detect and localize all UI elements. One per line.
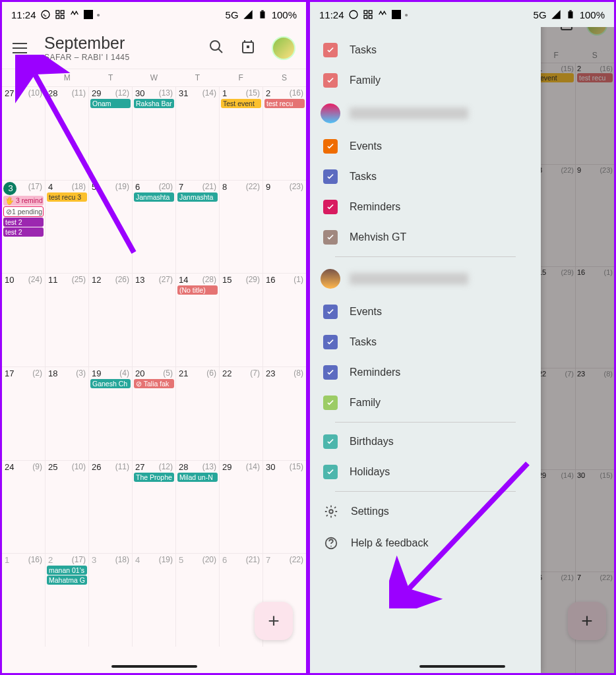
calendar-toggle[interactable]: Birthdays xyxy=(310,426,541,457)
day-cell[interactable]: 30(15) xyxy=(263,461,306,554)
event-chip[interactable]: Janmashta xyxy=(177,192,218,202)
account-header[interactable] xyxy=(310,261,541,297)
event-chip[interactable]: ⊘1 pending xyxy=(3,206,44,217)
day-cell[interactable]: 29(12)Onam xyxy=(89,87,133,180)
nav-handle[interactable] xyxy=(111,665,197,668)
calendar-toggle[interactable]: Tasks xyxy=(310,161,541,192)
day-cell[interactable]: 31(14) xyxy=(176,87,220,180)
calendar-toggle[interactable]: Holidays xyxy=(310,457,541,487)
event-chip[interactable]: ⊘ Talia fak xyxy=(134,379,174,388)
day-cell[interactable]: 23(8) xyxy=(263,367,306,460)
day-cell[interactable]: 2(17)manan 01'sMahatma G xyxy=(46,554,89,647)
day-cell[interactable]: 20(5)⊘ Talia fak xyxy=(133,367,176,460)
svg-rect-20 xyxy=(569,11,572,12)
calendar-toggle[interactable]: Family xyxy=(310,388,541,418)
event-chip[interactable]: test 2 xyxy=(3,227,44,237)
calendar-toggle[interactable]: Tasks xyxy=(310,35,541,65)
event-chip[interactable]: Ganesh Ch xyxy=(90,379,131,388)
calendar-toggle[interactable]: Events xyxy=(310,297,541,327)
event-chip[interactable]: Test event xyxy=(221,99,261,108)
weekday: S xyxy=(2,69,46,86)
drawer-label: Tasks xyxy=(350,44,377,56)
event-chip[interactable]: Janmashta xyxy=(134,192,174,202)
account-header[interactable] xyxy=(310,96,541,131)
event-chip[interactable]: Onam xyxy=(90,99,131,108)
calendar-toggle[interactable]: Tasks xyxy=(310,327,541,357)
event-chip[interactable]: manan 01's xyxy=(47,566,87,575)
day-cell[interactable]: 25(10) xyxy=(46,461,89,554)
clock: 11:24 xyxy=(319,9,344,20)
whatsapp-icon xyxy=(348,9,359,20)
weekday: W xyxy=(133,69,176,86)
event-chip[interactable]: The Prophe xyxy=(134,473,174,482)
create-fab[interactable]: + xyxy=(255,602,293,640)
calendar-toggle[interactable]: Mehvish GT xyxy=(310,222,541,252)
day-cell[interactable]: 17(2) xyxy=(2,367,46,460)
month-title[interactable]: September xyxy=(44,34,195,53)
month-grid[interactable]: 27(10)28(11)29(12)Onam30(13)Raksha Bar31… xyxy=(2,86,306,647)
calendar-toggle[interactable]: Events xyxy=(310,131,541,161)
day-cell[interactable]: 15(29) xyxy=(220,274,263,367)
day-cell[interactable]: 16(1) xyxy=(263,274,306,367)
drawer-label: Reminders xyxy=(350,201,400,213)
day-cell[interactable]: 19(4)Ganesh Ch xyxy=(89,367,133,460)
event-chip[interactable]: test recu xyxy=(264,99,305,108)
day-cell[interactable]: 24(9) xyxy=(2,461,46,554)
svg-line-8 xyxy=(218,49,222,53)
day-cell[interactable]: 30(13)Raksha Bar xyxy=(133,87,176,180)
today-icon[interactable] xyxy=(240,39,256,57)
day-cell[interactable]: 7(21)Janmashta xyxy=(176,181,220,274)
calendar-toggle[interactable]: Reminders xyxy=(310,192,541,222)
day-cell[interactable]: 3(18) xyxy=(89,554,133,647)
day-cell[interactable]: 12(26) xyxy=(89,274,133,367)
navigation-drawer[interactable]: TasksFamilyEventsTasksRemindersMehvish G… xyxy=(310,2,541,673)
day-cell[interactable]: 3(17)🖐 3 remind⊘1 pendingtest 2test 2 xyxy=(2,181,46,274)
day-cell[interactable]: 28(13)Milad un-N xyxy=(176,461,220,554)
wd-s: S xyxy=(576,51,615,60)
svg-rect-6 xyxy=(261,11,264,12)
day-cell[interactable]: 13(27) xyxy=(133,274,176,367)
menu-button[interactable] xyxy=(13,39,31,57)
search-icon[interactable] xyxy=(208,39,224,57)
screenshot-drawer: 11:24 • 5G 100% FS 1 (15)event2 (16)test… xyxy=(308,0,616,675)
day-cell[interactable]: 6(20)Janmashta xyxy=(133,181,176,274)
day-cell[interactable]: 27(12)The Prophe xyxy=(133,461,176,554)
svg-rect-16 xyxy=(369,11,372,14)
day-cell[interactable]: 2(16)test recu xyxy=(263,87,306,180)
drawer-label: Settings xyxy=(351,506,389,517)
event-chip[interactable]: test recu 3 xyxy=(47,192,87,202)
day-cell[interactable]: 22(7) xyxy=(220,367,263,460)
profile-avatar[interactable] xyxy=(272,36,295,60)
day-cell[interactable]: 21(6) xyxy=(176,367,220,460)
calendar-toggle[interactable]: Reminders xyxy=(310,357,541,388)
day-cell[interactable]: 29(14) xyxy=(220,461,263,554)
event-chip[interactable]: Raksha Bar xyxy=(134,99,174,108)
help-item[interactable]: Help & feedback xyxy=(310,527,541,559)
day-cell[interactable]: 4(18)test recu 3 xyxy=(46,181,89,274)
day-cell[interactable]: 11(25) xyxy=(46,274,89,367)
event-chip[interactable]: Milad un-N xyxy=(177,473,218,482)
day-cell[interactable]: 4(19) xyxy=(133,554,176,647)
day-cell[interactable]: 1(15)Test event xyxy=(220,87,263,180)
event-chip[interactable]: Mahatma G xyxy=(47,575,87,585)
nav-handle[interactable] xyxy=(419,665,505,668)
svg-rect-10 xyxy=(247,45,249,48)
status-bar: 11:24 • 5G 100% xyxy=(2,2,306,27)
drawer-label: Family xyxy=(350,74,381,86)
day-cell[interactable]: 9(23) xyxy=(263,181,306,274)
calendar-toggle[interactable]: Family xyxy=(310,65,541,96)
settings-item[interactable]: Settings xyxy=(310,496,541,527)
day-cell[interactable]: 8(22) xyxy=(220,181,263,274)
day-cell[interactable]: 5(19) xyxy=(89,181,133,274)
day-cell[interactable]: 18(3) xyxy=(46,367,89,460)
day-cell[interactable]: 26(11) xyxy=(89,461,133,554)
event-chip[interactable]: 🖐 3 remind xyxy=(3,196,44,206)
day-cell[interactable]: 14(28)(No title) xyxy=(176,274,220,367)
day-cell[interactable]: 1(16) xyxy=(2,554,46,647)
event-chip[interactable]: (No title) xyxy=(177,285,218,295)
event-chip[interactable]: test 2 xyxy=(3,218,44,227)
day-cell[interactable]: 10(24) xyxy=(2,274,46,367)
day-cell[interactable]: 28(11) xyxy=(46,87,89,180)
day-cell[interactable]: 27(10) xyxy=(2,87,46,180)
day-cell[interactable]: 5(20) xyxy=(176,554,220,647)
